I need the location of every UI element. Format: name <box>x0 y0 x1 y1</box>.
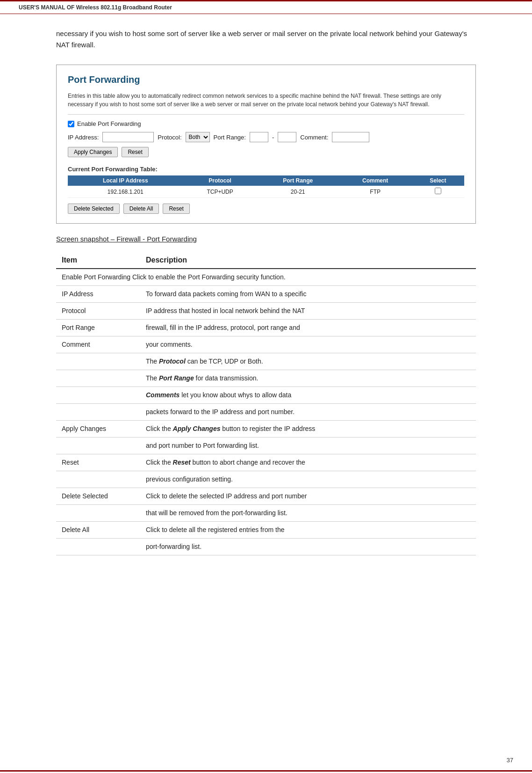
desc-item-port-range-blank <box>56 370 140 387</box>
pf-table-body: 192.168.1.201 TCP+UDP 20-21 FTP <box>68 186 464 198</box>
desc-desc-reset: Click the Reset button to abort change a… <box>140 454 476 471</box>
desc-header-row: Item Description <box>56 252 476 269</box>
desc-row-port-range-desc: The Port Range for data transmission. <box>56 370 476 387</box>
apply-changes-bold: Apply Changes <box>173 425 221 432</box>
cell-select[interactable] <box>412 186 464 198</box>
cell-local-ip: 192.168.1.201 <box>68 186 183 198</box>
desc-col-description: Description <box>140 252 476 269</box>
desc-item-comment: Comment <box>56 336 140 353</box>
desc-row-delete-selected-cont: that will be removed from the port-forwa… <box>56 505 476 522</box>
port-range-label: Port Range: <box>214 134 246 141</box>
desc-item-comments-blank <box>56 387 140 404</box>
th-port-range: Port Range <box>257 175 339 186</box>
reset-button-2[interactable]: Reset <box>163 204 189 214</box>
reset-bold: Reset <box>173 459 191 466</box>
desc-item-apply-blank <box>56 438 140 454</box>
pf-description: Entries in this table allow you to autom… <box>68 92 464 115</box>
desc-row-protocol: Protocol IP address that hosted in local… <box>56 303 476 320</box>
enable-port-forwarding-label: Enable Port Forwarding <box>77 120 141 127</box>
comments-bold: Comments <box>146 391 180 399</box>
intro-text: necessary if you wish to host some sort … <box>56 28 476 51</box>
desc-item-apply: Apply Changes <box>56 421 140 438</box>
protocol-label: Protocol: <box>158 134 181 141</box>
desc-item-delete-all-blank <box>56 539 140 555</box>
desc-row-delete-selected: Delete Selected Click to delete the sele… <box>56 488 476 505</box>
delete-selected-button[interactable]: Delete Selected <box>68 204 120 214</box>
page-number: 37 <box>507 757 513 764</box>
desc-item-reset: Reset <box>56 454 140 471</box>
desc-item-delete-all: Delete All <box>56 522 140 539</box>
desc-row-comment: Comment your comments. <box>56 336 476 353</box>
ip-address-label: IP Address: <box>68 134 99 141</box>
desc-desc-apply-cont: and port number to Port forwarding list. <box>140 438 476 454</box>
desc-desc-reset-cont: previous configuration setting. <box>140 471 476 488</box>
desc-item-ip: IP Address <box>56 286 140 303</box>
cell-protocol: TCP+UDP <box>183 186 257 198</box>
desc-desc-delete-selected: Click to delete the selected IP address … <box>140 488 476 505</box>
desc-item-comments-blank2 <box>56 404 140 421</box>
bottom-bar <box>0 770 532 773</box>
desc-desc-protocol: IP address that hosted in local network … <box>140 303 476 320</box>
header-bar: USER'S MANUAL OF Wireless 802.11g Broadb… <box>0 0 532 14</box>
desc-row-delete-all-cont: port-forwarding list. <box>56 539 476 555</box>
desc-row-delete-all: Delete All Click to delete all the regis… <box>56 522 476 539</box>
desc-item-delete-selected: Delete Selected <box>56 488 140 505</box>
desc-item-port-range: Port Range <box>56 320 140 336</box>
desc-item-reset-blank <box>56 471 140 488</box>
desc-desc-comments-detail: Comments let you know about whys to allo… <box>140 387 476 404</box>
desc-row-comments-desc: Comments let you know about whys to allo… <box>56 387 476 404</box>
protocol-select[interactable]: TCP UDP Both <box>186 132 210 142</box>
description-table: Item Description Enable Port Forwarding … <box>56 252 476 555</box>
pf-bottom-btn-row: Delete Selected Delete All Reset <box>68 204 464 214</box>
comment-label: Comment: <box>300 134 328 141</box>
desc-row-apply: Apply Changes Click the Apply Changes bu… <box>56 421 476 438</box>
desc-desc-apply: Click the Apply Changes button to regist… <box>140 421 476 438</box>
comment-input[interactable] <box>332 132 369 142</box>
cell-port-range: 20-21 <box>257 186 339 198</box>
caption-text: Screen snapshot – Firewall - Port Forwar… <box>56 235 476 243</box>
desc-desc-port-range: firewall, fill in the IP address, protoc… <box>140 320 476 336</box>
port-forwarding-table: Local IP Address Protocol Port Range Com… <box>68 175 464 198</box>
enable-port-forwarding-checkbox[interactable] <box>68 121 74 127</box>
page-content: necessary if you wish to host some sort … <box>0 14 532 583</box>
desc-row-ip: IP Address To forward data packets comin… <box>56 286 476 303</box>
desc-desc-delete-all-cont: port-forwarding list. <box>140 539 476 555</box>
port-forwarding-box: Port Forwarding Entries in this table al… <box>56 65 476 224</box>
port-range-bold: Port Range <box>159 374 194 382</box>
th-local-ip: Local IP Address <box>68 175 183 186</box>
desc-table-head: Item Description <box>56 252 476 269</box>
desc-desc-delete-selected-cont: that will be removed from the port-forwa… <box>140 505 476 522</box>
pf-title: Port Forwarding <box>68 74 464 85</box>
protocol-bold: Protocol <box>159 357 186 365</box>
desc-col-item: Item <box>56 252 140 269</box>
desc-desc-delete-all: Click to delete all the registered entri… <box>140 522 476 539</box>
th-comment: Comment <box>339 175 412 186</box>
enable-port-forwarding-row: Enable Port Forwarding <box>68 120 464 127</box>
desc-row-comments-cont: packets forward to the IP address and po… <box>56 404 476 421</box>
desc-item-protocol-blank <box>56 353 140 370</box>
desc-table-body: Enable Port Forwarding Click to enable t… <box>56 269 476 555</box>
pf-table-head: Local IP Address Protocol Port Range Com… <box>68 175 464 186</box>
desc-desc-ip: To forward data packets coming from WAN … <box>140 286 476 303</box>
port-range-end-input[interactable] <box>278 132 296 142</box>
cell-comment: FTP <box>339 186 412 198</box>
apply-changes-button[interactable]: Apply Changes <box>68 147 118 157</box>
pf-table-header-row: Local IP Address Protocol Port Range Com… <box>68 175 464 186</box>
desc-row-port-range: Port Range firewall, fill in the IP addr… <box>56 320 476 336</box>
port-range-separator: - <box>272 134 274 141</box>
reset-button-1[interactable]: Reset <box>122 147 148 157</box>
delete-all-button[interactable]: Delete All <box>123 204 159 214</box>
row-select-checkbox[interactable] <box>435 188 441 194</box>
desc-row-protocol-desc: The Protocol can be TCP, UDP or Both. <box>56 353 476 370</box>
ip-address-input[interactable] <box>102 132 154 142</box>
table-row: 192.168.1.201 TCP+UDP 20-21 FTP <box>68 186 464 198</box>
desc-cell-enable: Enable Port Forwarding Click to enable t… <box>56 269 476 286</box>
desc-desc-comments-cont: packets forward to the IP address and po… <box>140 404 476 421</box>
port-range-start-input[interactable] <box>250 132 268 142</box>
manual-title: USER'S MANUAL OF Wireless 802.11g Broadb… <box>19 4 172 11</box>
desc-row-apply-cont: and port number to Port forwarding list. <box>56 438 476 454</box>
desc-row-reset-cont: previous configuration setting. <box>56 471 476 488</box>
th-select: Select <box>412 175 464 186</box>
desc-desc-port-range-detail: The Port Range for data transmission. <box>140 370 476 387</box>
pf-btn-row: Apply Changes Reset <box>68 147 464 157</box>
